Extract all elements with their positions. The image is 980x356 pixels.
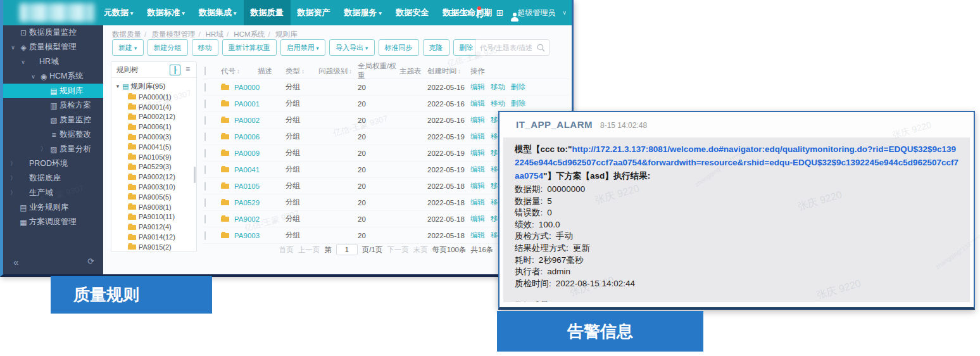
chevron-icon[interactable]: 〉: [8, 174, 18, 182]
list-view-icon[interactable]: ≡: [182, 65, 193, 75]
rule-code-link[interactable]: PA0001: [234, 100, 260, 108]
collapse-sidebar-icon[interactable]: «: [13, 257, 18, 267]
breadcrumb-item[interactable]: 质量模型管理: [151, 30, 195, 38]
sidebar-item[interactable]: ∨ 质量模型管理: [3, 40, 103, 54]
row-checkbox[interactable]: [204, 132, 206, 141]
top-nav-item[interactable]: 数据质量: [244, 0, 291, 25]
select-all-checkbox[interactable]: [204, 67, 206, 75]
message-icon[interactable]: [477, 8, 479, 17]
edit-link[interactable]: 编辑: [470, 148, 485, 158]
tree-node[interactable]: PA9008(1): [115, 202, 195, 212]
rule-code-link[interactable]: PA0006: [234, 133, 260, 141]
first-page-button[interactable]: 首页: [279, 245, 294, 255]
last-page-button[interactable]: 末页: [413, 245, 428, 255]
edit-link[interactable]: 编辑: [470, 99, 485, 108]
tree-node[interactable]: PA0105(9): [115, 152, 195, 162]
search-input[interactable]: [480, 41, 536, 54]
toolbar-button[interactable]: 克隆: [423, 39, 449, 56]
chevron-icon[interactable]: 〉: [39, 145, 48, 153]
chevron-icon[interactable]: 〉: [8, 189, 18, 197]
sidebar-item[interactable]: 规则库: [3, 84, 103, 98]
tree-node[interactable]: PA0002(12): [115, 112, 195, 122]
tree-node[interactable]: PA0041(5): [115, 142, 195, 152]
rule-code-link[interactable]: PA9003: [234, 232, 260, 239]
tree-node[interactable]: PA0009(3): [115, 132, 195, 142]
sidebar-item[interactable]: ∨ HCM系统: [3, 69, 103, 84]
rule-code-link[interactable]: PA0105: [234, 182, 260, 190]
tree-scrollbar[interactable]: [194, 167, 196, 183]
rule-code-link[interactable]: PA9002: [234, 215, 260, 223]
tree-node[interactable]: PA9010(11): [115, 212, 195, 222]
breadcrumb-item[interactable]: HCM系统: [234, 30, 265, 38]
breadcrumb-item[interactable]: 规则库: [275, 30, 298, 38]
tree-node[interactable]: PA9005(5): [115, 192, 195, 202]
edit-link[interactable]: 编辑: [470, 214, 485, 224]
table-header-cell[interactable]: 主题表: [399, 67, 427, 76]
sort-icon[interactable]: ↕: [301, 68, 305, 75]
toolbar-button[interactable]: 标准同步: [379, 39, 419, 56]
monitor-icon[interactable]: ⊟: [448, 8, 456, 17]
chevron-icon[interactable]: ∨: [18, 59, 28, 65]
sidebar-item[interactable]: ∨ HR域: [3, 54, 103, 69]
rule-code-link[interactable]: PA0529: [234, 199, 260, 207]
next-page-button[interactable]: 下一页: [387, 245, 409, 255]
prev-page-button[interactable]: 上一页: [298, 245, 320, 255]
rule-code-link[interactable]: PA0041: [234, 166, 260, 174]
table-header-cell[interactable]: 类型↕: [286, 67, 318, 76]
toolbar-button[interactable]: 移动: [192, 39, 218, 56]
user-name[interactable]: 超级管理员: [517, 8, 555, 18]
top-nav-item[interactable]: 数据服务▾: [337, 0, 389, 25]
top-nav-item[interactable]: 数据安全: [389, 0, 436, 25]
top-nav-item[interactable]: 数据资产: [291, 0, 337, 25]
chevron-icon[interactable]: ∨: [8, 44, 18, 51]
rule-code-link[interactable]: PA0009: [234, 149, 260, 157]
table-header-cell[interactable]: 操作: [470, 67, 569, 76]
edit-link[interactable]: 编辑: [470, 115, 485, 125]
tree-node[interactable]: PA9015(2): [115, 242, 195, 252]
sidebar-item[interactable]: 质量监控: [3, 113, 103, 127]
table-header-cell[interactable]: 代号↕: [221, 67, 258, 76]
delete-link[interactable]: 删除: [511, 99, 525, 108]
sort-icon[interactable]: ↕: [237, 68, 240, 75]
row-checkbox[interactable]: [204, 83, 206, 92]
sidebar-item[interactable]: 方案调度管理: [3, 215, 103, 229]
tree-view-icon[interactable]: ┠: [170, 65, 180, 75]
gear-icon[interactable]: ⚙: [463, 8, 471, 17]
edit-link[interactable]: 编辑: [470, 165, 485, 174]
toolbar-button[interactable]: 重新计算权重: [222, 39, 277, 56]
edit-link[interactable]: 编辑: [470, 132, 485, 141]
chevron-icon[interactable]: 〉: [8, 160, 18, 168]
top-nav-item[interactable]: 数据标准▾: [141, 0, 192, 25]
table-header-cell[interactable]: 描述: [258, 67, 286, 76]
sort-icon[interactable]: ↕: [458, 68, 461, 75]
tree-root-node[interactable]: ▼ ▤ 规则库(95): [115, 80, 195, 92]
row-checkbox[interactable]: [204, 116, 206, 125]
rule-code-link[interactable]: PA0000: [234, 84, 260, 91]
sidebar-item[interactable]: 业务规则库: [3, 200, 103, 215]
toolbar-button[interactable]: 导入导出▾: [329, 39, 375, 56]
row-checkbox[interactable]: [204, 198, 206, 207]
breadcrumb-item[interactable]: 数据质量: [112, 30, 141, 38]
table-header-cell[interactable]: 问题级别↕: [318, 67, 358, 76]
tree-node[interactable]: PA9014(12): [115, 232, 195, 242]
chevron-icon[interactable]: ∨: [28, 73, 38, 80]
sidebar-item[interactable]: 〉 质量分析: [3, 142, 103, 156]
page-number-input[interactable]: [336, 244, 358, 255]
refresh-icon[interactable]: ⟳: [87, 257, 94, 266]
sidebar-item[interactable]: 〉 数据底座: [3, 171, 103, 186]
info-icon[interactable]: ℹ: [486, 8, 489, 17]
tree-node[interactable]: PA0001(4): [115, 102, 195, 112]
sidebar-item[interactable]: 〉 PROD环境: [3, 156, 103, 171]
toolbar-button[interactable]: 新建分组: [148, 39, 188, 56]
user-menu-caret-icon[interactable]: ∨: [562, 10, 567, 16]
toolbar-button[interactable]: 新建▾: [112, 39, 144, 56]
search-icon[interactable]: [537, 44, 545, 52]
sidebar-item[interactable]: 数据质量监控: [3, 25, 103, 40]
rule-code-link[interactable]: PA0002: [234, 117, 260, 124]
row-checkbox[interactable]: [204, 182, 206, 191]
row-checkbox[interactable]: [204, 99, 206, 108]
sidebar-item[interactable]: 数据整改: [3, 127, 103, 142]
tree-node[interactable]: PA0006(1): [115, 122, 195, 132]
row-checkbox[interactable]: [204, 149, 206, 158]
move-link[interactable]: 移动: [491, 99, 505, 108]
